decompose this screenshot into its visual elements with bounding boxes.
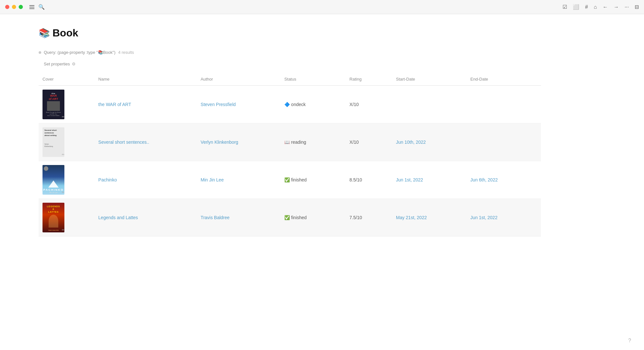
calendar-icon[interactable]: ⬜: [573, 4, 579, 10]
end-date-3[interactable]: Jun 6th, 2022: [470, 177, 498, 182]
close-button[interactable]: [5, 5, 9, 9]
table-row: LEGENDS&LATTES TRAVIS BALDREE ✏ Legends …: [39, 199, 541, 237]
enddate-cell-2: [467, 123, 541, 161]
start-date-2[interactable]: Jun 10th, 2022: [396, 140, 426, 145]
edit-icon-3[interactable]: ✏: [62, 190, 64, 194]
book-cover-2: Several shortsentencesabout writing Verl…: [43, 127, 64, 157]
page-emoji: 📚: [39, 28, 50, 38]
edit-icon-4[interactable]: ✏: [62, 228, 64, 232]
table-header-row: Cover Name Author Status Rating Start-Da…: [39, 74, 541, 86]
rating-cell-4: 7.5/10: [346, 199, 392, 237]
page-title-row: 📚 Book: [39, 27, 541, 39]
start-date-3[interactable]: Jun 1st, 2022: [396, 177, 423, 182]
author-link-3[interactable]: Min Jin Lee: [201, 177, 224, 182]
checkbox-icon[interactable]: ☑: [563, 4, 567, 10]
table-row: PACHINKO Min Jin Lee ✏ Pachinko Min Jin …: [39, 161, 541, 199]
hamburger-menu[interactable]: [29, 5, 34, 9]
book-cover-1: the WARof ART Break Through the Blocksan…: [43, 90, 64, 119]
status-badge-4: ✅finished: [284, 215, 307, 220]
book-cover-wrapper-2: Several shortsentencesabout writing Verl…: [43, 127, 65, 157]
more-icon[interactable]: ···: [625, 4, 629, 10]
titlebar-icons: ☑ ⬜ # ⌂ ← → ··· ⊟: [563, 4, 639, 10]
forward-icon[interactable]: →: [614, 4, 619, 10]
status-emoji-1: 🔷: [284, 102, 290, 107]
cover-cell-3: PACHINKO Min Jin Lee ✏: [39, 161, 94, 199]
main-content: 📚 Book Query: (page-property :type "📚Boo…: [0, 14, 580, 249]
enddate-cell-3: Jun 6th, 2022: [467, 161, 541, 199]
gear-icon[interactable]: ⚙: [72, 62, 76, 66]
book-cover-wrapper-1: the WARof ART Break Through the Blocksan…: [43, 90, 65, 119]
titlebar: 🔍 ☑ ⬜ # ⌂ ← → ··· ⊟: [0, 0, 644, 14]
query-text: Query: (page-property :type "📚Book"): [44, 50, 116, 55]
page-title: Book: [52, 27, 78, 39]
rating-2: X/10: [349, 140, 359, 145]
help-button[interactable]: ?: [628, 338, 631, 344]
rating-cell-3: 8.5/10: [346, 161, 392, 199]
edit-icon-1[interactable]: ✏: [62, 115, 64, 119]
rating-cell-1: X/10: [346, 86, 392, 123]
rating-cell-2: X/10: [346, 123, 392, 161]
status-badge-2: 📖reading: [284, 140, 306, 145]
query-results: 4 results: [118, 50, 134, 55]
book-cover-4: LEGENDS&LATTES TRAVIS BALDREE: [43, 203, 64, 232]
status-cell-2: 📖reading: [280, 123, 346, 161]
author-cell-1: Steven Pressfield: [197, 86, 280, 123]
author-cell-2: Verlyn Klinkenborg: [197, 123, 280, 161]
startdate-cell-2: Jun 10th, 2022: [392, 123, 467, 161]
author-link-1[interactable]: Steven Pressfield: [201, 102, 236, 107]
start-date-4[interactable]: May 21st, 2022: [396, 215, 427, 220]
cover-cell-1: the WARof ART Break Through the Blocksan…: [39, 86, 94, 123]
col-header-status: Status: [280, 74, 346, 86]
name-cell-2: Several short sentences..: [94, 123, 197, 161]
set-properties-row: Set properties ⚙: [44, 62, 541, 66]
maximize-button[interactable]: [19, 5, 23, 9]
search-icon[interactable]: 🔍: [38, 4, 45, 10]
back-icon[interactable]: ←: [603, 4, 608, 10]
author-cell-4: Travis Baldree: [197, 199, 280, 237]
startdate-cell-4: May 21st, 2022: [392, 199, 467, 237]
cover-cell-2: Several shortsentencesabout writing Verl…: [39, 123, 94, 161]
enddate-cell-4: Jun 1st, 2022: [467, 199, 541, 237]
author-link-2[interactable]: Verlyn Klinkenborg: [201, 140, 238, 145]
author-cell-3: Min Jin Lee: [197, 161, 280, 199]
col-header-name: Name: [94, 74, 197, 86]
rating-4: 7.5/10: [349, 215, 362, 220]
book-cover-3: PACHINKO Min Jin Lee: [43, 165, 64, 195]
rating-3: 8.5/10: [349, 177, 362, 182]
table-row: the WARof ART Break Through the Blocksan…: [39, 86, 541, 123]
status-emoji-4: ✅: [284, 215, 290, 220]
author-link-4[interactable]: Travis Baldree: [201, 215, 230, 220]
status-cell-3: ✅finished: [280, 161, 346, 199]
edit-icon-2[interactable]: ✏: [62, 153, 64, 156]
col-header-rating: Rating: [346, 74, 392, 86]
pachinko-badge: [44, 166, 48, 171]
status-emoji-2: 📖: [284, 140, 290, 145]
enddate-cell-1: [467, 86, 541, 123]
book-cover-wrapper-3: PACHINKO Min Jin Lee ✏: [43, 165, 65, 195]
status-cell-4: ✅finished: [280, 199, 346, 237]
end-date-4[interactable]: Jun 1st, 2022: [470, 215, 497, 220]
book-link-2[interactable]: Several short sentences..: [98, 140, 149, 145]
col-header-author: Author: [197, 74, 280, 86]
book-link-4[interactable]: Legends and Lattes: [98, 215, 138, 220]
status-cell-1: 🔷ondeck: [280, 86, 346, 123]
minimize-button[interactable]: [12, 5, 16, 9]
book-link-1[interactable]: the WAR of ART: [98, 102, 131, 107]
col-header-enddate: End-Date: [467, 74, 541, 86]
startdate-cell-1: [392, 86, 467, 123]
set-properties-button[interactable]: Set properties: [44, 62, 70, 66]
book-link-3[interactable]: Pachinko: [98, 177, 117, 182]
col-header-startdate: Start-Date: [392, 74, 467, 86]
books-table: Cover Name Author Status Rating Start-Da…: [39, 74, 541, 237]
name-cell-3: Pachinko: [94, 161, 197, 199]
status-badge-1: 🔷ondeck: [284, 102, 306, 107]
hash-icon[interactable]: #: [585, 4, 588, 10]
status-badge-3: ✅finished: [284, 177, 307, 182]
query-dot: [39, 51, 41, 54]
cover-cell-4: LEGENDS&LATTES TRAVIS BALDREE ✏: [39, 199, 94, 237]
name-cell-1: the WAR of ART: [94, 86, 197, 123]
table-row: Several shortsentencesabout writing Verl…: [39, 123, 541, 161]
status-emoji-3: ✅: [284, 177, 290, 182]
sidebar-icon[interactable]: ⊟: [635, 4, 639, 10]
home-icon[interactable]: ⌂: [594, 4, 597, 10]
